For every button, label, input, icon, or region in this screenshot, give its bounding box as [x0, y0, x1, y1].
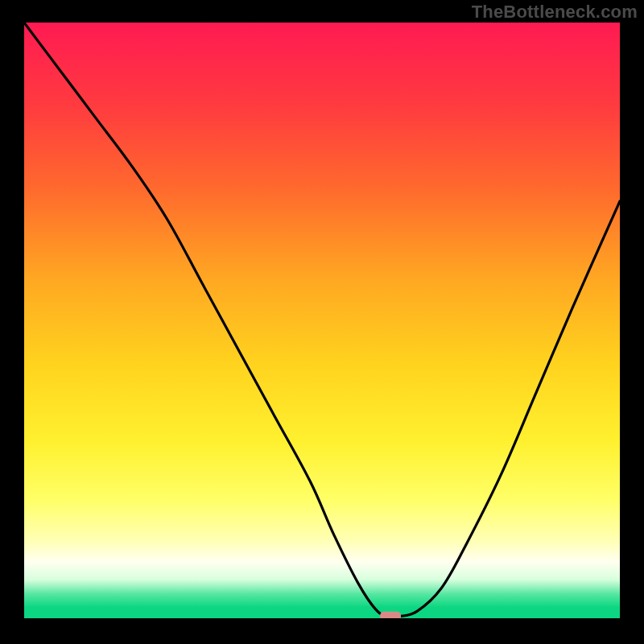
bottleneck-chart [24, 23, 620, 618]
optimal-notch-marker [380, 612, 401, 618]
chart-frame: TheBottleneck.com [0, 0, 644, 644]
watermark-text: TheBottleneck.com [472, 2, 638, 23]
plot-area [24, 23, 620, 618]
gradient-background [24, 23, 620, 618]
